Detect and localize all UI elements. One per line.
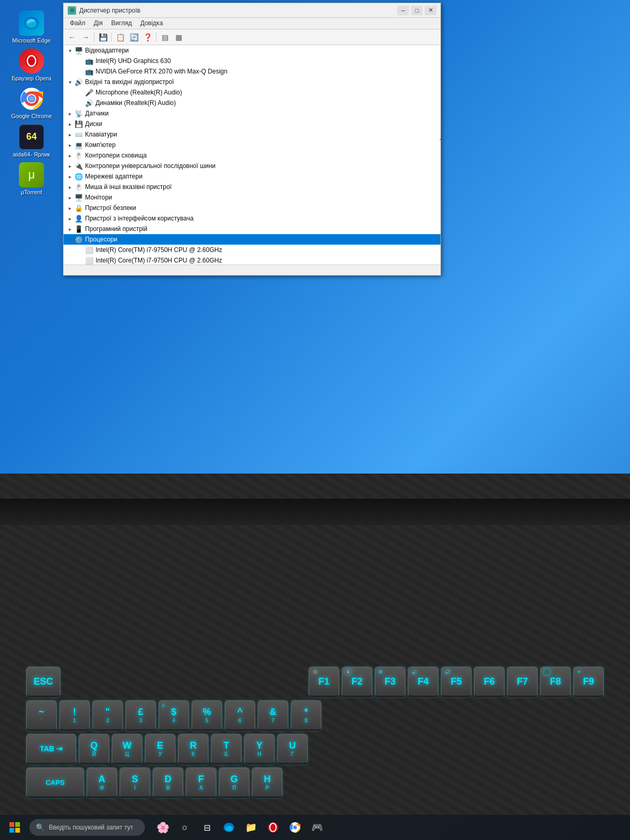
- key-s[interactable]: S І: [120, 768, 150, 798]
- desktop-icon-opera[interactable]: Браузер Opera: [10, 48, 52, 82]
- key-f9[interactable]: ✦ F9: [573, 667, 604, 697]
- extra-button-1[interactable]: ▤: [159, 31, 171, 44]
- key-f2[interactable]: 🔇 F2: [342, 667, 372, 697]
- key-f7[interactable]: F7: [507, 667, 538, 697]
- forward-button[interactable]: →: [79, 31, 92, 44]
- resize-handle[interactable]: ↔: [438, 135, 445, 143]
- key-f[interactable]: F А: [186, 768, 216, 798]
- toolbar-separator-3: [156, 33, 156, 42]
- toolbar-separator-1: [94, 33, 94, 42]
- key-y[interactable]: Y Н: [244, 734, 275, 764]
- minimize-button[interactable]: ─: [397, 6, 409, 15]
- tree-item[interactable]: ▸ ⌨️ Клавіатури: [64, 129, 440, 140]
- taskbar-task-view-icon[interactable]: ⊟: [197, 818, 216, 837]
- expand-icon: ▸: [66, 195, 74, 201]
- tree-item[interactable]: ▸ 💾 Диски: [64, 119, 440, 129]
- tree-item[interactable]: ▸ 👤 Пристрої з інтерфейсом користувача: [64, 213, 440, 224]
- key-h[interactable]: H Р: [252, 768, 282, 798]
- key-2[interactable]: " 2: [92, 700, 123, 731]
- item-icon: 💾: [74, 119, 83, 129]
- desktop-icon-aida[interactable]: 64 aida64- Ярлик: [10, 124, 52, 158]
- key-f6[interactable]: F6: [474, 667, 505, 697]
- taskbar-chrome-icon[interactable]: [286, 818, 304, 837]
- taskbar-edge-icon[interactable]: [219, 818, 238, 837]
- item-text: Комп'ютер: [85, 141, 440, 149]
- key-8[interactable]: * 8: [291, 700, 321, 731]
- key-esc[interactable]: ESC: [26, 667, 60, 697]
- extra-button-2[interactable]: ▦: [172, 31, 185, 44]
- tree-item[interactable]: 📺 NVIDIA GeForce RTX 2070 with Max-Q Des…: [64, 66, 440, 77]
- key-e[interactable]: E У: [145, 734, 175, 764]
- taskbar-folder-icon[interactable]: 📁: [242, 818, 260, 837]
- taskbar-flower-icon[interactable]: 🌸: [153, 818, 172, 837]
- key-f1[interactable]: 🔆 F1: [309, 667, 339, 697]
- key-tilde[interactable]: ~ `: [26, 700, 57, 731]
- tree-item[interactable]: ▸ 📡 Датчики: [64, 108, 440, 119]
- key-u[interactable]: U Г: [277, 734, 308, 764]
- key-a[interactable]: A Ф: [87, 768, 117, 798]
- taskbar-icons: 🌸 ○ ⊟ 📁: [153, 818, 327, 837]
- aida-label: aida64- Ярлик: [13, 151, 50, 158]
- key-q[interactable]: Q Й: [79, 734, 109, 764]
- properties-button[interactable]: 📋: [114, 31, 127, 44]
- taskbar-gaming-icon[interactable]: 🎮: [308, 818, 327, 837]
- key-3[interactable]: £ 3: [125, 700, 156, 731]
- close-button[interactable]: ✕: [425, 6, 436, 15]
- key-1[interactable]: ! 1: [59, 700, 90, 731]
- key-f8[interactable]: ⬛ F8: [540, 667, 571, 697]
- tree-item[interactable]: ▸ 💻 Комп'ютер: [64, 140, 440, 150]
- key-t[interactable]: T Е: [211, 734, 242, 764]
- save-button[interactable]: 💾: [97, 31, 109, 44]
- device-tree[interactable]: ▾ 🖥️ Відеоадаптери 📺 Intel(R) UHD Graphi…: [64, 45, 440, 265]
- tree-item[interactable]: ▾ ⚙️ Процесори: [64, 234, 440, 245]
- maximize-button[interactable]: □: [411, 6, 423, 15]
- item-icon: 🖥️: [74, 46, 83, 55]
- tree-item[interactable]: ▸ 🔌 Контролери універсальної послідовної…: [64, 161, 440, 171]
- item-icon: 📡: [74, 109, 83, 118]
- key-tab[interactable]: TAB ⇥: [26, 734, 76, 764]
- tree-item[interactable]: 🔊 Динаміки (Realtek(R) Audio): [64, 98, 440, 108]
- key-d[interactable]: D В: [153, 768, 183, 798]
- key-g[interactable]: G П: [219, 768, 249, 798]
- key-w[interactable]: W Ц: [112, 734, 142, 764]
- desktop-icon-edge[interactable]: Microsoft Edge: [10, 10, 52, 44]
- tree-item[interactable]: ▸ 🔒 Пристрої безпеки: [64, 203, 440, 213]
- tree-item[interactable]: ▾ 🔊 Вхідні та вихідні аудіопристрої: [64, 77, 440, 87]
- desktop-icon-utorrent[interactable]: μ μTorrent: [10, 162, 52, 196]
- menu-file[interactable]: Файл: [66, 19, 90, 28]
- item-icon: 🔒: [74, 203, 83, 213]
- tree-item[interactable]: ⬜ Intel(R) Core(TM) i7-9750H CPU @ 2.60G…: [64, 245, 440, 255]
- key-5[interactable]: % 5: [192, 700, 222, 731]
- back-button[interactable]: ←: [66, 31, 78, 44]
- refresh-button[interactable]: 🔄: [128, 31, 140, 44]
- key-r[interactable]: R К: [178, 734, 208, 764]
- desktop-icon-chrome[interactable]: Google Chrome: [10, 86, 52, 120]
- tree-item[interactable]: ▸ 🌐 Мережеві адаптери: [64, 171, 440, 182]
- device-manager-icon: ⚙: [68, 6, 76, 15]
- menu-action[interactable]: Дія: [90, 19, 107, 28]
- key-7[interactable]: & 7: [258, 700, 288, 731]
- search-input[interactable]: [49, 824, 133, 831]
- tree-item[interactable]: ▸ 📱 Програмний пристрій: [64, 224, 440, 234]
- tree-item[interactable]: ▸ 🖥️ Монітори: [64, 192, 440, 203]
- key-f5[interactable]: 🔊 F5: [441, 667, 471, 697]
- taskbar-search-icon[interactable]: ○: [175, 818, 194, 837]
- opera-icon: [19, 48, 44, 74]
- start-button[interactable]: [4, 817, 25, 838]
- tree-item[interactable]: ▸ 🖱️ Миша й інші вказівні пристрої: [64, 182, 440, 192]
- search-box[interactable]: 🔍: [29, 819, 145, 836]
- menu-view[interactable]: Вигляд: [107, 19, 136, 28]
- key-6[interactable]: ^ 6: [225, 700, 255, 731]
- tree-item[interactable]: 📺 Intel(R) UHD Graphics 630: [64, 56, 440, 66]
- menu-help[interactable]: Довідка: [136, 19, 167, 28]
- key-f4[interactable]: 🔉 F4: [408, 667, 438, 697]
- tree-item[interactable]: ⬜ Intel(R) Core(TM) i7-9750H CPU @ 2.60G…: [64, 255, 440, 265]
- key-f3[interactable]: ✖ F3: [375, 667, 405, 697]
- help-toolbar-button[interactable]: ❓: [141, 31, 154, 44]
- tree-item[interactable]: 🎤 Microphone (Realtek(R) Audio): [64, 87, 440, 98]
- tree-item[interactable]: ▸ 🖱️ Контролери сховища: [64, 150, 440, 161]
- key-4[interactable]: € $ 4: [159, 700, 189, 731]
- key-caps[interactable]: CAPS: [26, 768, 84, 798]
- taskbar-opera-icon[interactable]: [264, 818, 282, 837]
- tree-item[interactable]: ▾ 🖥️ Відеоадаптери: [64, 45, 440, 56]
